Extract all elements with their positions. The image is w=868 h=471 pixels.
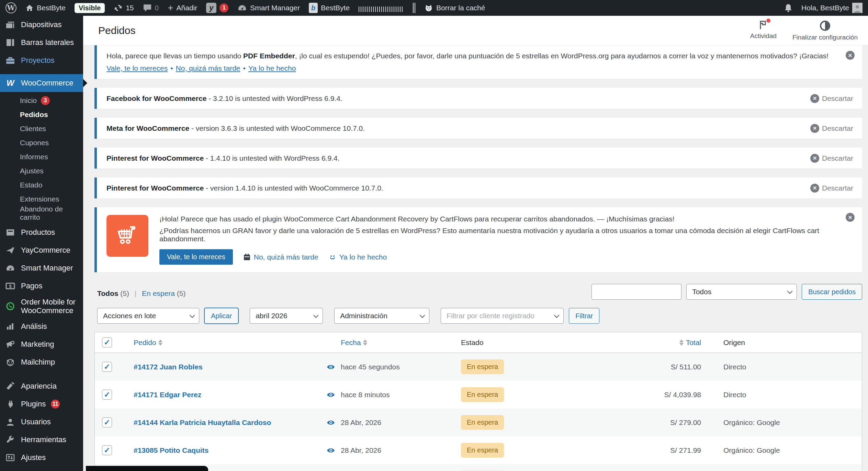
cartflows-rate-button[interactable]: Vale, te lo mereces [159, 249, 233, 265]
submenu-item-home[interactable]: Inicio 3 [0, 93, 83, 107]
pdf-done-link[interactable]: Ya lo he hecho [248, 64, 296, 72]
month-filter-select[interactable]: abril 2026 [250, 308, 323, 324]
site-link[interactable]: BestByte [25, 0, 66, 16]
updates-menu[interactable]: 15 [114, 0, 134, 16]
sidebar-item-products[interactable]: Productos [0, 223, 83, 241]
activity-button[interactable]: Actividad [750, 20, 777, 41]
wordpress-menu[interactable]: W [5, 0, 16, 16]
dismiss-button[interactable]: ✕Descartar [810, 94, 853, 103]
bulk-actions-select[interactable]: Acciones en lote [97, 308, 199, 324]
status-badge[interactable]: En espera [461, 387, 504, 402]
search-type-select[interactable]: Todos [686, 284, 797, 300]
sidebar-item-settings[interactable]: Ajustes [0, 449, 83, 467]
page-title: Pedidos [98, 25, 135, 36]
yoast-menu[interactable]: y 1 [206, 0, 228, 16]
sidebar-item-analytics[interactable]: Análisis [0, 318, 83, 335]
view-on-hold-link[interactable]: En espera [142, 289, 175, 297]
order-link[interactable]: #14144 Karla Patricia Huaytalla Cardoso [134, 418, 271, 426]
sidebar-item-label: Ajustes [21, 453, 46, 462]
pdf-later-link[interactable]: No, quizá más tarde [176, 64, 240, 72]
status-badge[interactable]: En espera [461, 443, 504, 458]
new-content-menu[interactable]: + Añadir [168, 0, 197, 16]
sidebar-item-mailchimp[interactable]: Mailchimp [0, 353, 83, 371]
submenu-item-orders[interactable]: Pedidos [0, 107, 83, 122]
filter-button[interactable]: Filtrar [569, 308, 599, 324]
clear-cache-label: Borrar la caché [436, 4, 485, 12]
sidebar-item-tools[interactable]: Herramientas [0, 431, 83, 449]
chevron-down-icon [190, 312, 195, 318]
status-badge[interactable]: En espera [461, 415, 504, 430]
notice-close-icon[interactable]: ✕ [846, 213, 855, 222]
submenu-item-reports[interactable]: Informes [0, 150, 83, 164]
customer-filter-select[interactable]: Filtrar por cliente registrado [441, 308, 564, 324]
avatar [852, 3, 863, 13]
view-all-link[interactable]: Todos [97, 289, 118, 297]
order-link[interactable]: #13085 Potito Caquits [134, 446, 208, 454]
sidebar-item-sidebars[interactable]: Barras laterales [0, 34, 83, 51]
row-checkbox[interactable]: ✓ [102, 390, 112, 400]
apply-button[interactable]: Aplicar [204, 308, 238, 324]
row-checkbox[interactable]: ✓ [102, 445, 112, 455]
smart-manager-menu[interactable]: Smart Manager [237, 0, 300, 16]
sidebar-item-label: Proyectos [21, 56, 55, 65]
dismiss-button[interactable]: ✕Descartar [810, 154, 853, 163]
search-orders-input[interactable] [591, 284, 681, 300]
notifications-bell-icon[interactable] [784, 3, 792, 12]
submenu-item-customers[interactable]: Clientes [0, 122, 83, 136]
preview-eye-icon[interactable] [326, 420, 335, 426]
sidebar-item-woocommerce[interactable]: W WooCommerce [0, 74, 83, 92]
dismiss-button[interactable]: ✕Descartar [810, 184, 853, 193]
sidebar-item-smart-manager[interactable]: Smart Manager [0, 259, 83, 277]
submenu-label: Ajustes [20, 167, 44, 175]
mailchimp-icon [6, 358, 15, 367]
sidebar-item-users[interactable]: Usuarios [0, 413, 83, 431]
activity-label: Actividad [750, 32, 777, 40]
bestbyte-tool-menu[interactable]: b BestByte [309, 0, 350, 16]
sidebar-item-marketing[interactable]: Marketing [0, 335, 83, 353]
home-badge: 3 [41, 96, 50, 105]
notice-pinterest-woocommerce-1: Pinterest for WooCommerce - 1.4.10 is un… [94, 148, 862, 169]
table-header-row: ✓ Pedido Fecha Estado Total Origen [95, 332, 862, 353]
cartflows-done-link[interactable]: Ya lo he hecho [329, 253, 387, 261]
sidebar-item-yaycommerce[interactable]: YayCommerce [0, 241, 83, 259]
pdf-rate-link[interactable]: Vale, te lo mereces [106, 64, 168, 72]
preview-eye-icon[interactable] [326, 447, 335, 453]
submenu-item-extensions[interactable]: Extensiones [0, 192, 83, 206]
comments-menu[interactable]: 0 [143, 0, 159, 16]
row-checkbox[interactable]: ✓ [102, 362, 112, 372]
submenu-item-cart-abandonment[interactable]: Abandono de carrito [0, 206, 83, 220]
column-header-total[interactable]: Total [626, 338, 701, 347]
select-all-checkbox[interactable]: ✓ [102, 337, 112, 347]
sidebar-item-payments[interactable]: $ Pagos [0, 277, 83, 295]
submenu-item-coupons[interactable]: Cupones [0, 136, 83, 150]
status-badge[interactable]: En espera [461, 359, 504, 374]
cartflows-later-link[interactable]: No, quizá más tarde [243, 253, 318, 261]
search-orders-button[interactable]: Buscar pedidos [802, 284, 862, 300]
column-header-order[interactable]: Pedido [134, 338, 321, 347]
briefcase-icon [5, 56, 15, 65]
submenu-item-settings[interactable]: Ajustes [0, 164, 83, 178]
order-date: 28 Abr, 2026 [341, 446, 461, 455]
account-menu[interactable]: Hola, BestByte [801, 0, 863, 16]
order-link[interactable]: #14171 Edgar Perez [134, 391, 201, 399]
row-checkbox[interactable]: ✓ [102, 417, 112, 427]
order-link[interactable]: #14172 Juan Robles [134, 363, 203, 371]
clear-cache-menu[interactable]: Borrar la caché [424, 0, 485, 16]
notice-close-icon[interactable]: ✕ [846, 51, 855, 60]
sidebar-item-appearance[interactable]: Apariencia [0, 377, 83, 395]
finish-setup-button[interactable]: Finalizar configuración [792, 20, 858, 41]
admin-filter-select[interactable]: Administración [334, 308, 429, 324]
preview-eye-icon[interactable] [326, 392, 335, 398]
dismiss-button[interactable]: ✕Descartar [810, 124, 853, 133]
preview-eye-icon[interactable] [326, 364, 335, 370]
sidebar-item-slides[interactable]: Diapositivas [0, 16, 83, 34]
sidebar-item-order-mobile[interactable]: Order Mobile for WooCommerce [0, 295, 83, 318]
submenu-label: Informes [20, 153, 48, 161]
sidebar: Diapositivas Barras laterales Proyectos … [0, 0, 83, 471]
submenu-item-status[interactable]: Estado [0, 178, 83, 192]
admin-bar-left: W BestByte Visible 15 0 + Añadir y 1 Sma… [5, 0, 485, 16]
order-total: S/ 271.99 [626, 446, 701, 455]
column-header-date[interactable]: Fecha [341, 338, 461, 347]
sidebar-item-plugins[interactable]: Plugins 11 [0, 395, 83, 413]
sidebar-item-projects[interactable]: Proyectos [0, 51, 83, 69]
